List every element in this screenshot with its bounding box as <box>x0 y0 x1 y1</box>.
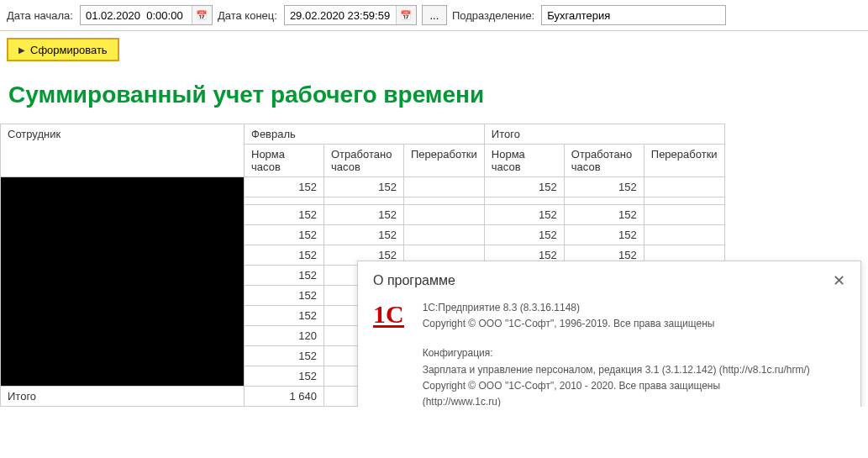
about-config-url: (http://www.1c.ru) <box>423 394 810 407</box>
sub-norm-total: Норма часов <box>484 145 564 177</box>
generate-button[interactable]: ▶ Сформировать <box>7 38 119 61</box>
cell-tworked: 152 <box>564 177 644 197</box>
filter-toolbar: Дата начала: 📅 Дата конец: 📅 ... Подразд… <box>0 0 868 31</box>
cell-tovertime <box>644 177 724 197</box>
date-start-field[interactable]: 📅 <box>80 5 213 25</box>
cell-norm: 152 <box>245 177 324 197</box>
table-row: 152 152 152 152 <box>1 177 725 197</box>
about-dialog: О программе ✕ 1С 1С:Предприятие 8.3 (8.3… <box>357 261 861 407</box>
cell-norm: 152 <box>245 306 324 326</box>
close-icon[interactable]: ✕ <box>833 273 845 288</box>
cell-norm: 152 <box>245 266 324 286</box>
generate-button-label: Сформировать <box>30 44 108 56</box>
date-start-label: Дата начала: <box>7 9 75 22</box>
cell-tworked: 152 <box>564 205 644 225</box>
date-end-label: Дата конец: <box>218 9 279 22</box>
sub-overtime-total: Переработки <box>644 145 724 177</box>
report-title: Суммированный учет рабочего времени <box>0 68 868 124</box>
about-config-name: Зарплата и управление персоналом, редакц… <box>423 362 810 378</box>
about-config-label: Конфигурация: <box>423 345 810 361</box>
action-row: ▶ Сформировать <box>0 31 868 68</box>
cell-tnorm <box>484 197 564 205</box>
play-icon: ▶ <box>18 45 25 55</box>
cell-tworked <box>564 197 644 205</box>
cell-overtime <box>404 177 485 197</box>
about-text: 1С:Предприятие 8.3 (8.3.16.1148) Copyrig… <box>423 300 810 407</box>
department-label: Подразделение: <box>452 9 536 22</box>
cell-norm <box>245 197 324 205</box>
total-norm: 1 640 <box>245 387 324 407</box>
about-copyright: Copyright © ООО "1С-Софт", 1996-2019. Вс… <box>423 316 810 332</box>
cell-norm: 152 <box>245 346 324 366</box>
cell-tnorm: 152 <box>484 225 564 245</box>
cell-tnorm: 152 <box>484 177 564 197</box>
date-end-field[interactable]: 📅 <box>284 5 417 25</box>
col-total: Итого <box>484 124 724 145</box>
cell-tovertime <box>644 205 724 225</box>
cell-tnorm: 152 <box>484 205 564 225</box>
sub-overtime: Переработки <box>404 145 485 177</box>
cell-overtime <box>404 205 485 225</box>
cell-worked: 152 <box>324 177 404 197</box>
cell-overtime <box>404 225 485 245</box>
cell-tworked: 152 <box>564 225 644 245</box>
more-button[interactable]: ... <box>422 5 447 25</box>
calendar-icon[interactable]: 📅 <box>192 6 212 24</box>
total-label: Итого <box>1 387 245 407</box>
cell-overtime <box>404 197 485 205</box>
col-month: Февраль <box>245 124 485 145</box>
cell-worked <box>324 197 404 205</box>
department-input[interactable] <box>541 5 726 25</box>
cell-tovertime <box>644 225 724 245</box>
sub-norm: Норма часов <box>245 145 324 177</box>
cell-worked: 152 <box>324 205 404 225</box>
date-start-input[interactable] <box>81 8 192 24</box>
logo-1c: 1С <box>373 300 404 407</box>
about-config-copyright: Copyright © ООО "1С-Софт", 2010 - 2020. … <box>423 378 810 394</box>
cell-norm: 152 <box>245 245 324 266</box>
cell-norm: 152 <box>245 286 324 306</box>
cell-tovertime <box>644 197 724 205</box>
about-title: О программе <box>373 273 455 288</box>
sub-worked: Отработано часов <box>324 145 404 177</box>
cell-norm: 152 <box>245 366 324 387</box>
date-end-input[interactable] <box>285 8 396 24</box>
sub-worked-total: Отработано часов <box>564 145 644 177</box>
cell-norm: 152 <box>245 205 324 225</box>
cell-norm: 152 <box>245 225 324 245</box>
col-employee: Сотрудник <box>1 124 245 177</box>
about-version: 1С:Предприятие 8.3 (8.3.16.1148) <box>423 300 810 316</box>
cell-norm: 120 <box>245 326 324 346</box>
cell-worked: 152 <box>324 225 404 245</box>
calendar-icon[interactable]: 📅 <box>396 6 416 24</box>
employee-cell-redacted <box>1 177 245 387</box>
